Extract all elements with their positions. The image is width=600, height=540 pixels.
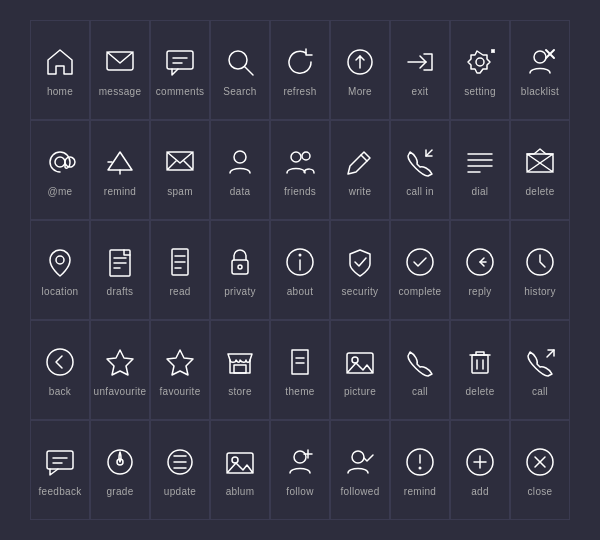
call-icon[interactable]: call xyxy=(390,320,450,420)
svg-rect-72 xyxy=(227,453,253,473)
privacy-icon[interactable]: privaty xyxy=(210,220,270,320)
svg-point-4 xyxy=(229,51,247,69)
icon-grid: home message comments Search refresh Mor… xyxy=(20,10,580,530)
svg-marker-52 xyxy=(107,350,133,375)
search-icon[interactable]: Search xyxy=(210,20,270,120)
delete-icon[interactable]: delete xyxy=(510,120,570,220)
svg-rect-63 xyxy=(47,451,73,469)
svg-point-43 xyxy=(238,265,242,269)
followed-icon[interactable]: followed xyxy=(330,420,390,520)
reply-icon[interactable]: reply xyxy=(450,220,510,320)
svg-point-22 xyxy=(291,152,301,162)
svg-rect-59 xyxy=(472,355,488,373)
more-icon[interactable]: More xyxy=(330,20,390,120)
follow-icon[interactable]: follow xyxy=(270,420,330,520)
svg-line-25 xyxy=(426,150,432,156)
theme-icon[interactable]: theme xyxy=(270,320,330,420)
svg-point-77 xyxy=(352,451,364,463)
svg-point-47 xyxy=(407,249,433,275)
back-icon[interactable]: back xyxy=(30,320,90,420)
svg-point-10 xyxy=(476,58,484,66)
grade-icon[interactable]: grade xyxy=(90,420,150,520)
svg-marker-53 xyxy=(167,350,193,375)
about-icon[interactable]: about xyxy=(270,220,330,320)
svg-line-24 xyxy=(361,155,367,161)
refresh-icon[interactable]: refresh xyxy=(270,20,330,120)
svg-point-11 xyxy=(534,51,546,63)
remind-icon[interactable]: remind xyxy=(90,120,150,220)
svg-point-51 xyxy=(47,349,73,375)
svg-point-46 xyxy=(299,253,302,256)
remind2-icon[interactable]: remind xyxy=(390,420,450,520)
svg-marker-15 xyxy=(108,152,132,170)
exit-icon[interactable]: exit xyxy=(390,20,450,120)
feedback-icon[interactable]: feedback xyxy=(30,420,90,520)
callin-icon[interactable]: call in xyxy=(390,120,450,220)
svg-rect-1 xyxy=(167,51,193,69)
security-icon[interactable]: security xyxy=(330,220,390,320)
call2-icon[interactable]: call xyxy=(510,320,570,420)
setting-icon[interactable]: setting xyxy=(450,20,510,120)
ablum-icon[interactable]: ablum xyxy=(210,420,270,520)
svg-point-74 xyxy=(294,451,306,463)
svg-point-80 xyxy=(419,466,422,469)
svg-point-33 xyxy=(56,256,64,264)
comments-icon[interactable]: comments xyxy=(150,20,210,120)
svg-line-19 xyxy=(167,161,176,170)
svg-rect-57 xyxy=(347,353,373,373)
data-icon[interactable]: data xyxy=(210,120,270,220)
svg-point-21 xyxy=(234,151,246,163)
message-icon[interactable]: message xyxy=(90,20,150,120)
atme-icon[interactable]: @me xyxy=(30,120,90,220)
unfavourite-icon[interactable]: unfavourite xyxy=(90,320,150,420)
blacklist-icon[interactable]: blacklist xyxy=(510,20,570,120)
home-icon[interactable]: home xyxy=(30,20,90,120)
picture-icon[interactable]: picture xyxy=(330,320,390,420)
favourite-icon[interactable]: favourite xyxy=(150,320,210,420)
drafts-icon[interactable]: drafts xyxy=(90,220,150,320)
svg-line-62 xyxy=(547,350,554,357)
close-icon[interactable]: close xyxy=(510,420,570,520)
read-icon[interactable]: read xyxy=(150,220,210,320)
friends-icon[interactable]: friends xyxy=(270,120,330,220)
dial-icon[interactable]: dial xyxy=(450,120,510,220)
trash-icon[interactable]: delete xyxy=(450,320,510,420)
svg-point-73 xyxy=(232,457,238,463)
complete-icon[interactable]: complete xyxy=(390,220,450,320)
spam-icon[interactable]: spam xyxy=(150,120,210,220)
update-icon[interactable]: update xyxy=(150,420,210,520)
location-icon[interactable]: location xyxy=(30,220,90,320)
store-icon[interactable]: store xyxy=(210,320,270,420)
svg-line-9 xyxy=(492,50,494,52)
svg-point-14 xyxy=(55,157,65,167)
svg-line-20 xyxy=(184,161,193,170)
svg-line-5 xyxy=(245,67,253,75)
svg-point-23 xyxy=(302,152,310,160)
svg-rect-54 xyxy=(234,365,246,373)
add-icon[interactable]: add xyxy=(450,420,510,520)
history-icon[interactable]: history xyxy=(510,220,570,320)
svg-point-58 xyxy=(352,357,358,363)
write-icon[interactable]: write xyxy=(330,120,390,220)
svg-rect-42 xyxy=(232,260,248,274)
